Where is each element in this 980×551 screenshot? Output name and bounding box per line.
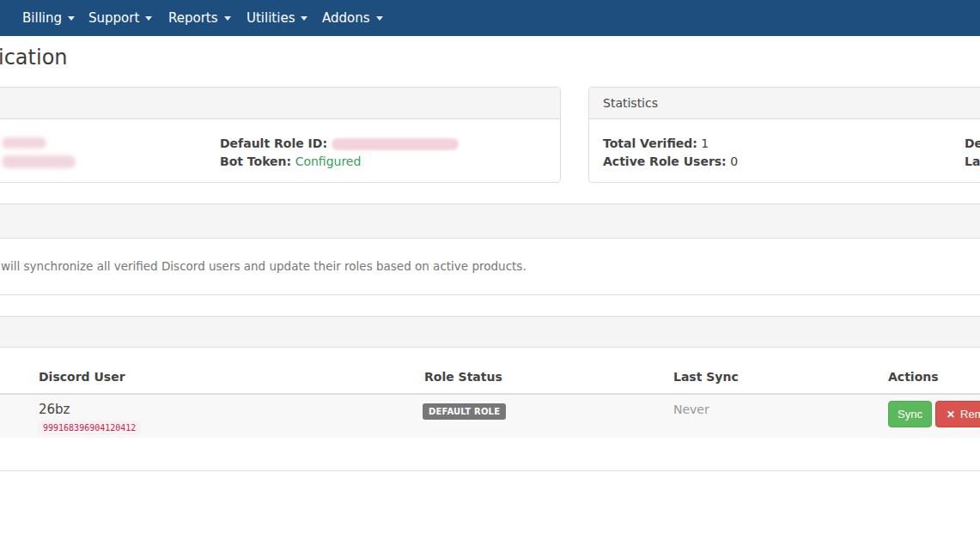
config-details: Default Role ID: Bot Token: Configured — [220, 135, 459, 171]
page: Billing Support Reports Utilities Addons… — [0, 0, 980, 551]
caret-down-icon — [145, 16, 152, 21]
sync-button[interactable]: Sync — [888, 401, 932, 427]
discord-user-id: 999168396904120412 — [38, 421, 141, 435]
remove-button[interactable]: ✕Remove — [935, 401, 980, 427]
default-role-id-line: Default Role ID: — [220, 135, 459, 153]
caret-down-icon — [224, 16, 231, 21]
discord-username: 26bz — [39, 402, 70, 417]
nav-item-label: Support — [88, 10, 139, 26]
redacted-value — [2, 155, 76, 168]
top-navbar: Billing Support Reports Utilities Addons — [0, 0, 980, 36]
config-panel: Default Role ID: Bot Token: Configured — [0, 87, 561, 183]
caret-down-icon — [68, 16, 75, 21]
statistics-panel: Statistics Total Verified: 1 Active Role… — [588, 87, 980, 183]
total-verified-value: 1 — [701, 136, 709, 150]
active-role-users-value: 0 — [730, 154, 738, 168]
nav-item-reports[interactable]: Reports — [168, 0, 231, 36]
sync-panel-heading — [0, 204, 980, 239]
total-verified-label: Total Verified: — [603, 136, 697, 150]
nav-item-label: Billing — [22, 10, 62, 26]
nav-item-label: Addons — [322, 10, 370, 26]
nav-item-addons[interactable]: Addons — [322, 0, 383, 36]
caret-down-icon — [301, 16, 307, 21]
role-status-badge: DEFAULT ROLE — [423, 403, 506, 420]
nav-item-utilities[interactable]: Utilities — [247, 0, 307, 36]
nav-item-label: Utilities — [247, 10, 295, 26]
default-role-id-label: Default Role ID: — [220, 136, 327, 150]
column-header-actions: Actions — [888, 370, 939, 384]
column-header-discord-user: Discord User — [39, 370, 125, 384]
bot-token-status: Configured — [295, 154, 362, 168]
sync-panel: will synchronize all verified Discord us… — [0, 203, 980, 295]
statistics-left-column: Total Verified: 1 Active Role Users: 0 — [603, 135, 738, 171]
stats-right-fragment-2: Last — [965, 154, 980, 168]
caret-down-icon — [376, 16, 383, 21]
stats-right-fragment-1: Defa — [965, 136, 980, 150]
statistics-panel-heading: Statistics — [589, 88, 980, 119]
nav-item-billing[interactable]: Billing — [22, 0, 75, 36]
nav-item-support[interactable]: Support — [88, 0, 152, 36]
sync-description: will synchronize all verified Discord us… — [1, 259, 527, 273]
active-role-users-label: Active Role Users: — [603, 154, 727, 168]
column-header-role-status: Role Status — [424, 370, 502, 384]
total-verified-line: Total Verified: 1 — [603, 135, 738, 153]
config-panel-heading — [0, 88, 560, 119]
redacted-role-id — [332, 138, 459, 150]
remove-icon: ✕ — [947, 409, 955, 421]
users-panel-heading — [0, 317, 980, 348]
bot-token-line: Bot Token: Configured — [220, 153, 459, 171]
bot-token-label: Bot Token: — [220, 154, 291, 168]
last-sync-value: Never — [673, 403, 709, 416]
sync-button-label: Sync — [898, 408, 922, 421]
page-title: ication — [0, 45, 68, 70]
statistics-right-column: Defa Last — [965, 135, 980, 171]
nav-item-label: Reports — [168, 10, 218, 26]
remove-button-label: Remove — [960, 408, 980, 421]
users-panel: Discord User Role Status Last Sync Actio… — [0, 316, 980, 471]
active-role-users-line: Active Role Users: 0 — [603, 153, 738, 171]
redacted-value — [2, 137, 46, 148]
column-header-last-sync: Last Sync — [673, 370, 739, 384]
